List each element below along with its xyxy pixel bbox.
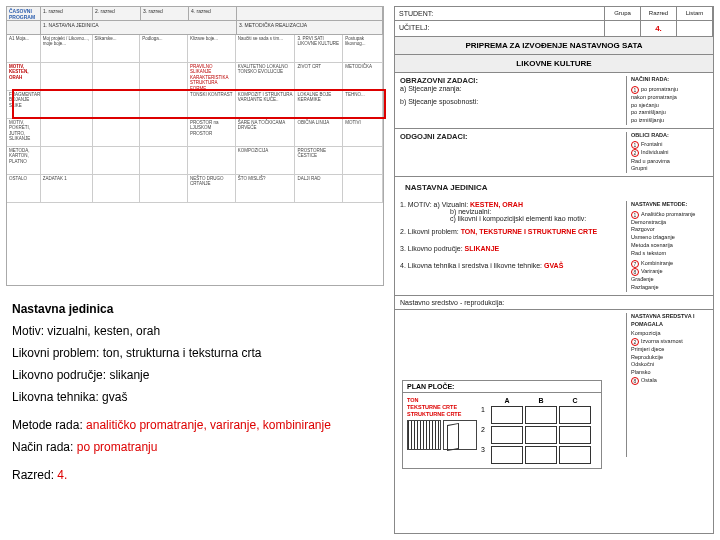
summary-title: Nastavna jedinica xyxy=(12,300,382,318)
grade-number: 4. xyxy=(641,21,677,36)
swatch-texture xyxy=(443,420,477,450)
plan-grid: ABC 1 2 3 xyxy=(477,397,591,464)
student-label: STUDENT: xyxy=(395,7,605,20)
metode-panel: NASTAVNE METODE: 1Analitičko promatranje… xyxy=(626,201,708,292)
pomagala-panel: NASTAVNA SREDSTVA I POMAGALA Kompozicija… xyxy=(626,313,708,457)
header-main: ČASOVNI PROGRAM xyxy=(7,7,41,20)
plan-ploce: PLAN PLOČE: TON TEKSTURNE CRTE STRUKTURN… xyxy=(402,380,602,469)
nastavna-jedinica-head: NASTAVNA JEDINICA xyxy=(400,180,708,195)
form-title-1: PRIPREMA ZA IZVOĐENJE NASTAVNOG SATA xyxy=(395,37,713,55)
oblici-rada-panel: OBLICI RADA: 1Frontalni 2Individualni Ra… xyxy=(626,132,708,173)
teacher-label: UČITELJ: xyxy=(395,21,605,36)
nacini-rada-panel: NAČINI RADA: 1po promatranju nakon proma… xyxy=(626,76,708,125)
curriculum-table: ČASOVNI PROGRAM 1. razred 2. razred 3. r… xyxy=(6,6,384,286)
summary-text: Nastavna jedinica Motiv: vizualni, keste… xyxy=(12,300,382,488)
swatch-ton xyxy=(407,420,441,450)
plan-labels: TON TEKSTURNE CRTE STRUKTURNE CRTE xyxy=(407,397,477,418)
form-title-2: LIKOVNE KULTURE xyxy=(395,55,713,73)
